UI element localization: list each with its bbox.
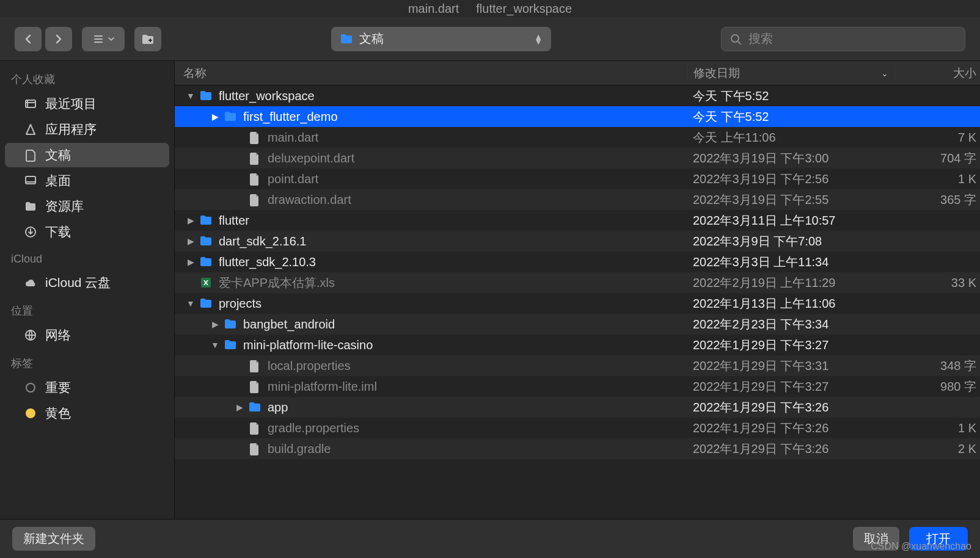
file-row[interactable]: main.dart今天 上午11:067 K [175, 127, 980, 148]
file-row[interactable]: drawaction.dart2022年3月19日 下午2:55365 字 [175, 189, 980, 210]
column-name[interactable]: 名称 [175, 65, 687, 81]
disclosure-icon[interactable]: ▶ [235, 402, 244, 412]
sidebar-item[interactable]: 下载 [5, 220, 169, 244]
new-folder-toolbar-button[interactable] [134, 27, 161, 51]
folder-row[interactable]: ▼flutter_workspace今天 下午5:52 [175, 85, 980, 106]
file-icon [248, 131, 261, 144]
file-row[interactable]: 爱卡APP成本估算.xls2022年2月19日 上午11:2933 K [175, 272, 980, 293]
file-size: 1 K [894, 172, 980, 186]
file-icon [248, 172, 261, 186]
chevron-left-icon [21, 32, 35, 46]
title-right: flutter_workspace [476, 2, 572, 16]
file-list[interactable]: ▼flutter_workspace今天 下午5:52▶first_flutte… [175, 85, 980, 519]
file-date: 2022年1月29日 下午3:26 [687, 399, 894, 416]
search-input[interactable] [747, 31, 957, 46]
file-date: 今天 下午5:52 [687, 109, 894, 125]
main: 个人收藏最近项目应用程序文稿桌面资源库下载iCloudiCloud 云盘位置网络… [0, 61, 980, 519]
forward-button[interactable] [45, 27, 72, 51]
sidebar-item-label: 应用程序 [45, 121, 97, 138]
file-row[interactable]: gradle.properties2022年1月29日 下午3:261 K [175, 418, 980, 438]
file-size: 2 K [894, 442, 980, 456]
disclosure-icon[interactable]: ▼ [186, 299, 196, 308]
library-icon [23, 199, 38, 214]
path-selector[interactable]: 文稿 ▲▼ [331, 27, 551, 51]
disclosure-icon[interactable]: ▼ [210, 340, 220, 350]
file-date: 2022年2月23日 下午3:34 [687, 316, 894, 333]
file-size: 7 K [894, 131, 980, 145]
disclosure-icon[interactable]: ▶ [186, 216, 196, 225]
file-date: 2022年1月29日 下午3:26 [687, 420, 894, 437]
sidebar-item[interactable]: 重要 [5, 375, 169, 400]
disclosure-icon[interactable]: ▶ [186, 257, 196, 267]
file-row[interactable]: mini-platform-lite.iml2022年1月29日 下午3:279… [175, 376, 980, 397]
file-content: 名称 修改日期 ⌄ 大小 ▼flutter_workspace今天 下午5:52… [175, 61, 980, 519]
folder-icon [224, 338, 237, 352]
folder-row[interactable]: ▶bangbet_android2022年2月23日 下午3:34 [175, 314, 980, 335]
disclosure-icon[interactable]: ▶ [186, 236, 196, 246]
file-row[interactable]: deluxepoint.dart2022年3月19日 下午3:00704 字 [175, 148, 980, 168]
sidebar-item[interactable]: 网络 [5, 323, 169, 347]
file-icon [248, 442, 261, 455]
back-button[interactable] [15, 27, 42, 51]
file-name: drawaction.dart [268, 193, 351, 207]
disclosure-icon [235, 174, 244, 184]
view-mode-button[interactable] [82, 27, 125, 51]
column-date[interactable]: 修改日期 ⌄ [687, 65, 894, 81]
sidebar-item[interactable]: 应用程序 [5, 117, 169, 142]
file-size: 365 字 [894, 192, 980, 208]
file-name: gradle.properties [268, 421, 359, 435]
sidebar-item[interactable]: 最近项目 [5, 92, 169, 116]
sidebar-item[interactable]: 资源库 [5, 194, 169, 219]
file-size: 348 字 [894, 358, 980, 374]
file-name: bangbet_android [243, 317, 335, 332]
disclosure-icon[interactable]: ▶ [210, 319, 220, 329]
new-folder-button[interactable]: 新建文件夹 [12, 527, 95, 551]
file-row[interactable]: point.dart2022年3月19日 下午2:561 K [175, 168, 980, 189]
sidebar-item[interactable]: 黄色 [5, 401, 169, 426]
sidebar-item-label: 下载 [45, 223, 71, 241]
file-name: flutter_sdk_2.10.3 [219, 255, 316, 269]
tag-yellow-icon [23, 406, 38, 421]
file-size: 33 K [894, 276, 980, 290]
file-row[interactable]: local.properties2022年1月29日 下午3:31348 字 [175, 355, 980, 376]
disclosure-icon [235, 361, 244, 371]
folder-icon [248, 400, 261, 414]
chevron-right-icon [52, 32, 65, 46]
disclosure-icon [235, 382, 244, 391]
sidebar-item[interactable]: 桌面 [5, 168, 169, 193]
nav-buttons [15, 27, 72, 51]
sidebar-item[interactable]: 文稿 [5, 143, 169, 167]
folder-row[interactable]: ▶first_flutter_demo今天 下午5:52 [175, 106, 980, 127]
folder-row[interactable]: ▶flutter2022年3月11日 上午10:57 [175, 210, 980, 231]
file-date: 2022年3月19日 下午2:55 [687, 192, 894, 208]
file-size: 980 字 [894, 379, 980, 395]
file-row[interactable]: build.gradle2022年1月29日 下午3:262 K [175, 438, 980, 459]
new-folder-icon [141, 32, 155, 46]
file-icon [248, 151, 261, 165]
folder-row[interactable]: ▶app2022年1月29日 下午3:26 [175, 397, 980, 418]
folder-row[interactable]: ▶dart_sdk_2.16.12022年3月9日 下午7:08 [175, 231, 980, 252]
folder-row[interactable]: ▼mini-platform-lite-casino2022年1月29日 下午3… [175, 335, 980, 355]
search-field[interactable] [721, 27, 965, 51]
folder-row[interactable]: ▼projects2022年1月13日 上午11:06 [175, 293, 980, 314]
folder-icon [224, 110, 237, 123]
desktop-icon [23, 173, 38, 188]
disclosure-icon[interactable]: ▶ [210, 112, 220, 121]
folder-row[interactable]: ▶flutter_sdk_2.10.32022年3月3日 上午11:34 [175, 252, 980, 272]
file-size: 704 字 [894, 150, 980, 167]
sidebar-item[interactable]: iCloud 云盘 [5, 270, 169, 295]
chevron-down-icon [107, 35, 115, 43]
disclosure-icon[interactable]: ▼ [186, 91, 196, 101]
disclosure-icon [235, 195, 244, 205]
sidebar-item-label: 最近项目 [45, 95, 97, 112]
file-size: 1 K [894, 421, 980, 435]
list-icon [91, 32, 104, 46]
sort-indicator-icon: ⌄ [881, 68, 888, 78]
sidebar-item-label: 资源库 [45, 198, 84, 215]
clock-icon [23, 96, 38, 111]
disclosure-icon [186, 278, 196, 288]
disclosure-icon [235, 132, 244, 142]
file-name: deluxepoint.dart [268, 151, 354, 165]
file-icon [248, 359, 261, 372]
column-size[interactable]: 大小 [894, 65, 980, 81]
